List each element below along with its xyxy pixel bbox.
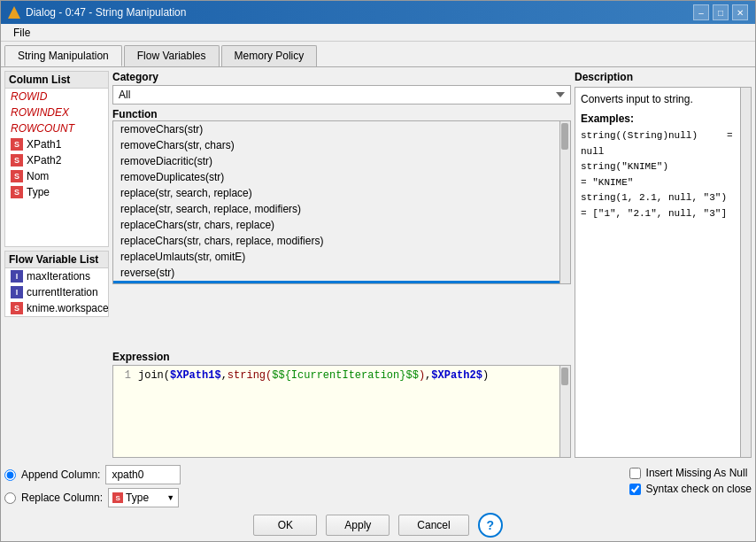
examples-label: Examples: xyxy=(581,112,735,125)
tab-memory-policy[interactable]: Memory Policy xyxy=(221,45,318,66)
function-section: Function removeChars(str) removeChars(st… xyxy=(112,108,571,347)
replace-column-radio[interactable] xyxy=(4,492,16,504)
func-scroll-thumb xyxy=(561,123,568,150)
example-2: string("KNIME") = "KNIME" xyxy=(581,159,735,190)
list-item-rowindex[interactable]: ROWINDEX xyxy=(5,105,108,120)
append-column-input[interactable] xyxy=(105,465,181,484)
flow-var-max-iterations[interactable]: I maxIterations xyxy=(5,268,108,284)
category-section: Category All Collection Date&Time Math &… xyxy=(112,71,571,105)
function-list-scroll[interactable]: removeChars(str) removeChars(str, chars)… xyxy=(113,121,559,283)
integer-icon-current: I xyxy=(11,286,23,298)
list-item-rowcount[interactable]: ROWCOUNT xyxy=(5,120,108,136)
list-item-type[interactable]: S Type xyxy=(5,184,108,200)
func-item-replace-2[interactable]: replace(str, search, replace, modifiers) xyxy=(113,201,559,217)
description-label: Description xyxy=(575,71,752,83)
list-item-xpath1[interactable]: S XPath1 xyxy=(5,136,108,152)
string-icon-nom: S xyxy=(11,170,23,182)
right-checkbox-options: Insert Missing As Null Syntax check on c… xyxy=(629,465,752,495)
append-column-row: Append Column: xyxy=(4,465,310,484)
minimize-button[interactable]: – xyxy=(693,4,709,20)
category-dropdown[interactable]: All Collection Date&Time Math & Logic St… xyxy=(112,85,571,105)
title-controls: – □ ✕ xyxy=(693,4,748,20)
ok-button[interactable]: OK xyxy=(253,515,317,536)
func-item-replaceChars-2[interactable]: replaceChars(str, chars, replace, modifi… xyxy=(113,233,559,249)
list-item-xpath2[interactable]: S XPath2 xyxy=(5,152,108,168)
replace-column-label: Replace Column: xyxy=(21,492,103,504)
tabs-bar: String Manipulation Flow Variables Memor… xyxy=(1,42,755,67)
tab-flow-variables[interactable]: Flow Variables xyxy=(124,45,220,66)
func-item-replaceUmlauts[interactable]: replaceUmlauts(str, omitE) xyxy=(113,249,559,265)
left-sidebar: Column List ROWID ROWINDEX ROWCOUNT S XP… xyxy=(4,71,109,458)
expr-scroll-thumb xyxy=(561,368,568,385)
string-icon-replace: S xyxy=(112,492,123,503)
integer-icon-max: I xyxy=(11,270,23,283)
main-content: Column List ROWID ROWINDEX ROWCOUNT S XP… xyxy=(1,67,755,461)
expression-scrollbar[interactable] xyxy=(559,366,570,457)
left-output-options: Append Column: Replace Column: S Type ▼ xyxy=(4,465,310,507)
help-button[interactable]: ? xyxy=(478,513,503,538)
insert-missing-label: Insert Missing As Null xyxy=(646,467,748,479)
maximize-button[interactable]: □ xyxy=(713,4,729,20)
func-item-removeChars-str[interactable]: removeChars(str) xyxy=(113,121,559,137)
function-label: Function xyxy=(112,108,571,120)
flow-variable-list-title: Flow Variable List xyxy=(4,251,109,267)
string-icon-xpath1: S xyxy=(11,138,23,151)
function-scrollbar[interactable] xyxy=(559,121,570,283)
insert-missing-checkbox[interactable] xyxy=(629,468,641,479)
append-column-label: Append Column: xyxy=(21,468,100,481)
expr-special-var: $${IcurrentIteration}$$ xyxy=(272,369,419,382)
append-column-radio[interactable] xyxy=(4,469,16,481)
description-text: Converts input to string. xyxy=(581,93,735,105)
menu-bar: File xyxy=(1,24,755,42)
dropdown-arrow: ▼ xyxy=(166,493,174,502)
dialog-window: Dialog - 0:47 - String Manipulation – □ … xyxy=(0,0,756,542)
expr-string-func: string( xyxy=(228,369,272,382)
example-3: string(1, 2.1, null, "3") = ["1", "2.1",… xyxy=(581,190,735,221)
func-item-replace-1[interactable]: replace(str, search, replace) xyxy=(113,185,559,201)
flow-variable-list: I maxIterations I currentIteration S kni… xyxy=(4,267,109,317)
func-item-replaceChars-1[interactable]: replaceChars(str, chars, replace) xyxy=(113,217,559,233)
expression-label: Expression xyxy=(112,351,571,363)
menu-file[interactable]: File xyxy=(6,26,37,40)
syntax-check-label: Syntax check on close xyxy=(646,483,752,495)
func-item-removeDiacritic[interactable]: removeDiacritic(str) xyxy=(113,153,559,169)
description-container: Converts input to string. Examples: stri… xyxy=(575,87,752,458)
expression-editor[interactable]: 1 join($XPath1$,string($${IcurrentIterat… xyxy=(113,366,559,457)
list-item-nom[interactable]: S Nom xyxy=(5,168,108,184)
string-icon-knime: S xyxy=(11,302,23,314)
replace-column-value: Type xyxy=(126,492,149,504)
flow-var-knime-workspace[interactable]: S knime.workspace xyxy=(5,300,108,316)
insert-missing-row: Insert Missing As Null xyxy=(629,467,752,479)
close-button[interactable]: ✕ xyxy=(732,4,748,20)
string-icon-xpath2: S xyxy=(11,154,23,166)
all-bottom: Append Column: Replace Column: S Type ▼ xyxy=(1,461,755,541)
tab-string-manipulation[interactable]: String Manipulation xyxy=(4,45,122,66)
center-panel: Category All Collection Date&Time Math &… xyxy=(112,71,571,458)
cancel-button[interactable]: Cancel xyxy=(398,515,468,536)
func-item-removeChars-str-chars[interactable]: removeChars(str, chars) xyxy=(113,137,559,153)
replace-column-row: Replace Column: S Type ▼ xyxy=(4,488,310,507)
description-scrollbar[interactable] xyxy=(740,88,751,457)
replace-column-dropdown[interactable]: S Type ▼ xyxy=(108,488,179,507)
options-and-buttons: Append Column: Replace Column: S Type ▼ xyxy=(1,461,755,507)
apply-button[interactable]: Apply xyxy=(326,515,390,536)
syntax-check-row: Syntax check on close xyxy=(629,483,752,495)
function-list-container: removeChars(str) removeChars(str, chars)… xyxy=(112,120,571,284)
expr-xpath2-var: $XPath2$ xyxy=(431,369,482,382)
right-panel: Description Converts input to string. Ex… xyxy=(575,71,752,458)
flow-var-current-iteration[interactable]: I currentIteration xyxy=(5,284,108,300)
expr-xpath1-var: $XPath1$ xyxy=(170,369,221,382)
window-title: Dialog - 0:47 - String Manipulation xyxy=(26,6,186,19)
title-bar: Dialog - 0:47 - String Manipulation – □ … xyxy=(1,1,755,24)
expression-code[interactable]: join($XPath1$,string($${IcurrentIteratio… xyxy=(138,369,556,453)
flow-variable-section: Flow Variable List I maxIterations I cur… xyxy=(4,251,109,317)
column-list: ROWID ROWINDEX ROWCOUNT S XPath1 S XPath… xyxy=(4,88,109,247)
func-item-reverse[interactable]: reverse(str) xyxy=(113,265,559,281)
expression-editor-container: 1 join($XPath1$,string($${IcurrentIterat… xyxy=(112,365,571,458)
bottom-action-row: OK Apply Cancel ? xyxy=(1,507,755,541)
func-item-string-x[interactable]: string(x) xyxy=(113,281,559,283)
triangle-icon xyxy=(8,6,20,19)
syntax-check-checkbox[interactable] xyxy=(629,484,641,495)
list-item-rowid[interactable]: ROWID xyxy=(5,89,108,105)
func-item-removeDuplicates[interactable]: removeDuplicates(str) xyxy=(113,169,559,185)
